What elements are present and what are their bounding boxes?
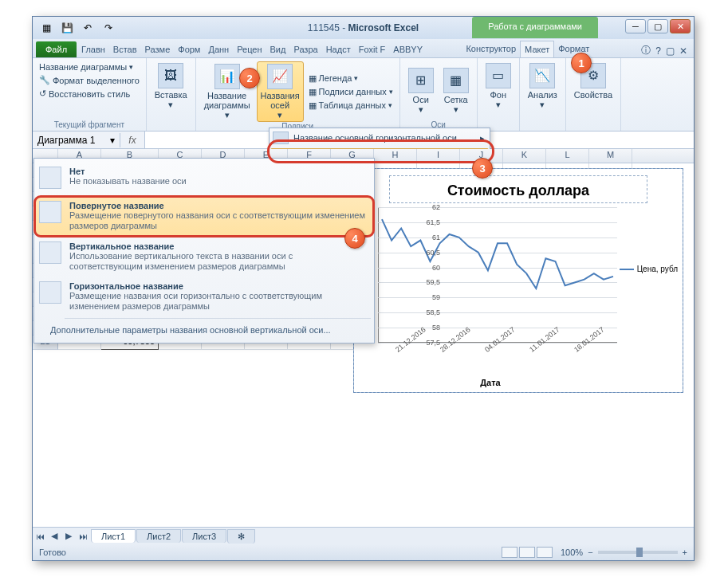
tab-developer[interactable]: Разра: [289, 41, 321, 57]
status-bar: Готово 100% − +: [33, 544, 694, 560]
reset-style-button[interactable]: ↺ Восстановить стиль: [37, 88, 141, 100]
insert-button[interactable]: 🖼Вставка▾: [152, 61, 191, 111]
view-pagebreak-button[interactable]: [537, 547, 553, 558]
sheet-nav-prev[interactable]: ◀: [47, 531, 61, 541]
chart-legend[interactable]: Цена, рубл: [620, 265, 678, 273]
maximize-button[interactable]: ▢: [647, 19, 668, 33]
col-i[interactable]: I: [417, 149, 460, 163]
col-h[interactable]: H: [374, 149, 417, 163]
sheet-tab-1[interactable]: Лист1: [91, 529, 136, 543]
minimize-button[interactable]: ─: [625, 19, 646, 33]
format-selection-button[interactable]: 🔧 Формат выделенного: [37, 74, 141, 86]
data-table-button[interactable]: ▦ Таблица данных: [307, 100, 395, 112]
option-vertical-title[interactable]: Вертикальное названиеИспользование верти…: [34, 237, 374, 277]
vertical-icon: [39, 241, 61, 264]
analysis-icon: 📉: [529, 63, 555, 88]
save-icon[interactable]: 💾: [58, 20, 76, 36]
help-icon[interactable]: ?: [655, 45, 661, 57]
grid-icon: ▦: [443, 68, 469, 93]
tab-view[interactable]: Вид: [266, 41, 290, 57]
legend-button[interactable]: ▦ Легенда: [307, 73, 395, 84]
vertical-axis-title-dropdown: НетНе показывать название оси Повернутое…: [33, 158, 375, 343]
analysis-button[interactable]: 📉Анализ▾: [525, 61, 561, 111]
view-normal-button[interactable]: [502, 547, 517, 558]
gridlines-button[interactable]: ▦Сетка▾: [440, 61, 472, 120]
option-horizontal-title[interactable]: Горизонтальное названиеРазмещение назван…: [34, 277, 374, 316]
zoom-level: 100%: [561, 548, 583, 557]
file-tab[interactable]: Файл: [36, 41, 77, 57]
close-button[interactable]: ✕: [670, 19, 691, 33]
tab-layout[interactable]: Макет: [520, 41, 554, 57]
option-rotated-title[interactable]: Повернутое названиеРазмещение повернутог…: [34, 196, 374, 236]
tab-review[interactable]: Рецен: [233, 41, 266, 57]
plot-area[interactable]: 21.12.201628.12.201604.01.201711.01.2017…: [378, 207, 617, 343]
chart-element-combo[interactable]: Название диаграммы: [37, 61, 141, 73]
rotated-icon: [39, 201, 61, 223]
fx-icon[interactable]: fx: [120, 135, 144, 146]
col-l[interactable]: L: [546, 149, 589, 163]
window-close-icon[interactable]: ✕: [679, 45, 687, 57]
title-bar: ▦ 💾 ↶ ↷ 111545 - Microsoft Excel Работа …: [33, 17, 694, 39]
group-current-fragment: Текущий фрагмент: [37, 120, 141, 129]
data-labels-button[interactable]: ▦ Подписи данных: [307, 86, 395, 98]
minimize-ribbon-icon[interactable]: ⓘ: [641, 44, 651, 57]
legend-swatch: [620, 269, 634, 270]
background-icon: ▭: [486, 63, 511, 88]
quick-access-toolbar: ▦ 💾 ↶ ↷: [33, 20, 117, 36]
horizontal-icon: [39, 281, 61, 304]
window-restore-icon[interactable]: ▢: [666, 45, 675, 57]
picture-icon: 🖼: [158, 63, 183, 88]
name-box[interactable]: Диаграмма 1▾: [33, 133, 120, 147]
bubble-4: 4: [344, 228, 365, 249]
tab-home[interactable]: Главн: [77, 41, 109, 57]
sheet-nav-last[interactable]: ⏭: [76, 532, 90, 541]
horiz-axis-icon: [273, 132, 289, 144]
ribbon-tabs: Файл Главн Встав Разме Форм Данн Рецен В…: [33, 39, 694, 58]
bubble-3: 3: [472, 158, 493, 179]
tab-design[interactable]: Конструктор: [462, 41, 520, 57]
bubble-1: 1: [571, 53, 592, 73]
axes-icon: ⊞: [408, 68, 434, 93]
tab-data[interactable]: Данн: [204, 41, 233, 57]
tab-addins[interactable]: Надст: [322, 41, 355, 57]
none-icon: [39, 167, 61, 189]
new-sheet-button[interactable]: ✻: [227, 529, 255, 544]
bubble-2: 2: [239, 68, 260, 88]
axis-titles-button[interactable]: 📈Названия осей▾: [257, 61, 304, 122]
contextual-tab-header: Работа с диаграммами: [472, 17, 598, 38]
sheet-tab-bar: ⏮ ◀ ▶ ⏭ Лист1 Лист2 Лист3 ✻: [33, 527, 694, 544]
chart-title[interactable]: Стоимость доллара: [389, 175, 647, 203]
embedded-chart[interactable]: Стоимость доллара 21.12.201628.12.201604…: [353, 168, 683, 393]
option-more-params[interactable]: Дополнительные параметры названия основн…: [34, 320, 374, 340]
col-k[interactable]: K: [503, 149, 546, 163]
zoom-in-button[interactable]: +: [683, 548, 687, 557]
zoom-slider[interactable]: [598, 551, 678, 554]
zoom-out-button[interactable]: −: [588, 548, 592, 557]
background-button[interactable]: ▭Фон▾: [482, 61, 514, 111]
ribbon: Название диаграммы 🔧 Формат выделенного …: [33, 58, 694, 132]
tab-foxit[interactable]: Foxit F: [355, 41, 390, 57]
axis-titles-icon: 📈: [267, 64, 293, 89]
tab-formulas[interactable]: Форм: [174, 41, 204, 57]
zoom-control[interactable]: 100% − +: [561, 548, 687, 557]
redo-icon[interactable]: ↷: [100, 20, 117, 36]
view-pagelayout-button[interactable]: [519, 547, 535, 558]
tab-insert[interactable]: Встав: [109, 41, 141, 57]
excel-icon[interactable]: ▦: [37, 20, 55, 36]
option-none[interactable]: НетНе показывать название оси: [34, 162, 374, 191]
undo-icon[interactable]: ↶: [79, 20, 96, 36]
status-text: Готово: [39, 548, 66, 557]
sheet-tab-2[interactable]: Лист2: [136, 529, 181, 543]
sheet-nav-first[interactable]: ⏮: [33, 532, 47, 541]
window-title: 111545 - Microsoft Excel: [308, 22, 419, 33]
sheet-tab-3[interactable]: Лист3: [182, 529, 226, 543]
submenu-horizontal-axis-title[interactable]: Название основной горизонтальной оси: [270, 128, 490, 147]
col-m[interactable]: M: [589, 149, 632, 163]
axes-button[interactable]: ⊞Оси▾: [405, 61, 437, 120]
x-axis-title[interactable]: Дата: [354, 378, 627, 387]
sheet-nav-next[interactable]: ▶: [61, 531, 76, 541]
tab-abbyy[interactable]: ABBYY: [389, 41, 427, 57]
chart-title-icon: 📊: [214, 64, 240, 89]
tab-pagelayout[interactable]: Разме: [141, 41, 175, 57]
data-series-line: [378, 207, 617, 343]
